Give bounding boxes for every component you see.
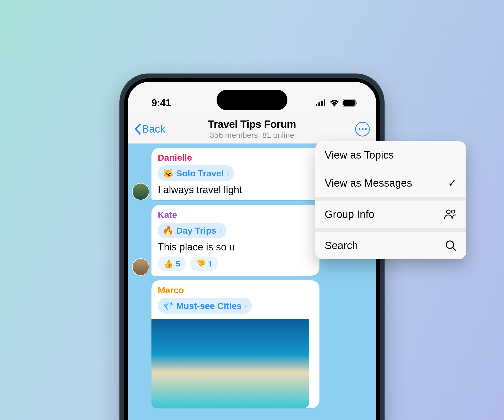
thumbs-up-icon: 👍 — [164, 259, 173, 268]
menu-item-view-as-topics[interactable]: View as Topics — [315, 141, 466, 169]
menu-item-search[interactable]: Search — [315, 232, 466, 259]
battery-icon — [343, 99, 358, 107]
menu-item-label: View as Topics — [325, 149, 394, 161]
svg-point-7 — [447, 210, 450, 214]
avatar[interactable] — [132, 258, 149, 276]
topic-label: Solo Travel — [176, 168, 224, 178]
context-menu: View as Topics View as Messages ✓ Group … — [315, 141, 466, 259]
chevron-right-icon: › — [219, 225, 222, 236]
topic-pill[interactable]: 😼 Solo Travel › — [158, 165, 234, 181]
svg-rect-3 — [324, 99, 325, 106]
menu-item-label: Group Info — [325, 208, 374, 220]
svg-rect-0 — [316, 104, 317, 106]
message: Marco 💎 Must-see Cities › — [151, 280, 372, 408]
sender-name[interactable]: Danielle — [158, 153, 313, 163]
thumbs-down-icon: 👎 — [196, 259, 206, 268]
chevron-right-icon: › — [226, 168, 229, 178]
svg-line-10 — [453, 248, 456, 250]
topic-label: Day Trips — [176, 225, 216, 236]
svg-rect-2 — [321, 101, 323, 106]
dynamic-island — [217, 90, 287, 110]
menu-item-label: Search — [325, 240, 358, 251]
back-label: Back — [142, 123, 165, 135]
reaction-button[interactable]: 👍 5 — [158, 256, 186, 271]
menu-item-view-as-messages[interactable]: View as Messages ✓ — [315, 169, 466, 197]
sender-name[interactable]: Kate — [158, 210, 313, 220]
chevron-left-icon — [134, 123, 141, 135]
back-button[interactable]: Back — [134, 123, 165, 135]
topic-emoji-icon: 😼 — [162, 168, 174, 178]
avatar[interactable] — [132, 183, 149, 200]
svg-rect-6 — [356, 102, 357, 104]
status-time: 9:41 — [151, 97, 171, 109]
message-body: I always travel light — [158, 184, 313, 196]
svg-rect-1 — [318, 102, 320, 106]
topic-pill[interactable]: 🔥 Day Trips › — [158, 223, 227, 238]
navbar: Back Travel Tips Forum 356 members, 81 o… — [128, 116, 376, 144]
group-icon — [444, 209, 457, 220]
sender-name[interactable]: Marco — [158, 285, 313, 295]
menu-item-label: View as Messages — [325, 177, 412, 189]
topic-label: Must-see Cities — [176, 301, 242, 311]
reaction-button[interactable]: 👎 1 — [190, 256, 219, 271]
more-options-button[interactable] — [355, 122, 370, 136]
chat-subtitle: 356 members, 81 online — [208, 131, 296, 140]
reaction-count: 1 — [208, 259, 213, 268]
reactions-row: 👍 5 👎 1 — [158, 256, 313, 271]
image-attachment[interactable] — [151, 319, 309, 408]
chat-title[interactable]: Travel Tips Forum — [208, 118, 296, 130]
topic-pill[interactable]: 💎 Must-see Cities › — [158, 298, 252, 314]
message-body: This place is so u — [158, 242, 313, 253]
svg-point-8 — [452, 210, 455, 213]
wifi-icon — [329, 99, 339, 107]
topic-emoji-icon: 💎 — [162, 301, 174, 311]
topic-emoji-icon: 🔥 — [162, 225, 174, 236]
search-icon — [445, 240, 457, 251]
menu-item-group-info[interactable]: Group Info — [315, 201, 466, 228]
cellular-icon — [316, 99, 326, 106]
svg-rect-5 — [343, 100, 355, 106]
reaction-count: 5 — [176, 259, 180, 268]
chevron-right-icon: › — [244, 301, 247, 311]
check-icon: ✓ — [448, 177, 457, 189]
